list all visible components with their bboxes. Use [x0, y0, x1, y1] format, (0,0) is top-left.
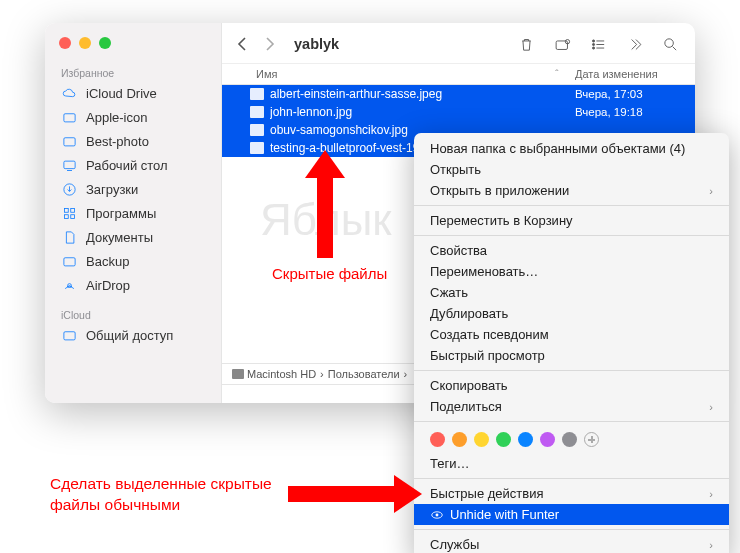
apps-icon — [61, 205, 77, 221]
ctx-rename[interactable]: Переименовать… — [414, 261, 729, 282]
column-date[interactable]: Дата изменения — [575, 68, 695, 80]
path-segment[interactable]: Macintosh HD — [232, 368, 316, 380]
search-icon[interactable] — [659, 33, 681, 55]
svg-rect-7 — [70, 214, 74, 218]
close-window[interactable] — [59, 37, 71, 49]
download-icon — [61, 181, 77, 197]
disk-icon — [232, 369, 244, 379]
separator — [414, 370, 729, 371]
tag-blue[interactable] — [518, 432, 533, 447]
sort-indicator: ˆ — [555, 68, 575, 80]
svg-point-15 — [592, 46, 594, 48]
image-file-icon — [250, 88, 264, 100]
sidebar-item-best-photo[interactable]: Best-photo — [45, 129, 221, 153]
tag-orange[interactable] — [452, 432, 467, 447]
sidebar-item-desktop[interactable]: Рабочий стол — [45, 153, 221, 177]
ctx-unhide-funter[interactable]: Unhide with Funter — [414, 504, 729, 525]
ctx-quick-actions[interactable]: Быстрые действия› — [414, 483, 729, 504]
sidebar-section-icloud: iCloud — [45, 305, 221, 323]
sidebar-item-applications[interactable]: Программы — [45, 201, 221, 225]
ctx-trash[interactable]: Переместить в Корзину — [414, 210, 729, 231]
document-icon — [61, 229, 77, 245]
svg-rect-5 — [70, 208, 74, 212]
ctx-duplicate[interactable]: Дублировать — [414, 303, 729, 324]
file-date: Вчера, 19:18 — [575, 106, 695, 118]
svg-point-16 — [664, 38, 673, 47]
airdrop-icon — [61, 277, 77, 293]
svg-rect-0 — [63, 113, 74, 121]
tag-red[interactable] — [430, 432, 445, 447]
file-date: Вчера, 17:03 — [575, 88, 695, 100]
file-row[interactable]: albert-einstein-arthur-sasse.jpeg Вчера,… — [222, 85, 695, 103]
ctx-copy[interactable]: Скопировать — [414, 375, 729, 396]
chevron-right-icon: › — [709, 539, 713, 551]
ctx-open-in-app[interactable]: Открыть в приложении› — [414, 180, 729, 201]
sidebar-item-apple-icon[interactable]: Apple-icon — [45, 105, 221, 129]
sidebar-item-label: Общий доступ — [86, 328, 173, 343]
sidebar-item-label: Apple-icon — [86, 110, 147, 125]
tag-purple[interactable] — [540, 432, 555, 447]
annotation-make-visible: Сделать выделенные скрытые файлы обычным… — [50, 474, 272, 516]
new-folder-icon[interactable] — [551, 33, 573, 55]
ctx-compress[interactable]: Сжать — [414, 282, 729, 303]
zoom-window[interactable] — [99, 37, 111, 49]
ctx-alias[interactable]: Создать псевдоним — [414, 324, 729, 345]
separator — [414, 421, 729, 422]
sidebar-item-label: AirDrop — [86, 278, 130, 293]
svg-point-14 — [592, 43, 594, 45]
svg-rect-1 — [63, 137, 74, 145]
chevron-right-icon: › — [709, 185, 713, 197]
eye-icon — [430, 508, 444, 522]
sidebar-item-documents[interactable]: Документы — [45, 225, 221, 249]
back-button[interactable] — [232, 34, 252, 54]
tag-green[interactable] — [496, 432, 511, 447]
sidebar-item-airdrop[interactable]: AirDrop — [45, 273, 221, 297]
view-options-icon[interactable] — [587, 33, 609, 55]
ctx-quicklook[interactable]: Быстрый просмотр — [414, 345, 729, 366]
forward-button[interactable] — [260, 34, 280, 54]
window-title: yablyk — [288, 36, 501, 52]
image-file-icon — [250, 106, 264, 118]
ctx-open[interactable]: Открыть — [414, 159, 729, 180]
tag-gray[interactable] — [562, 432, 577, 447]
separator — [414, 529, 729, 530]
separator — [414, 478, 729, 479]
trash-icon[interactable] — [515, 33, 537, 55]
ctx-share[interactable]: Поделиться› — [414, 396, 729, 417]
ctx-new-folder[interactable]: Новая папка с выбранными объектами (4) — [414, 138, 729, 159]
more-icon[interactable] — [623, 33, 645, 55]
svg-rect-10 — [63, 331, 74, 339]
column-name[interactable]: Имя — [222, 68, 555, 80]
minimize-window[interactable] — [79, 37, 91, 49]
sidebar-item-icloud-drive[interactable]: iCloud Drive — [45, 81, 221, 105]
svg-point-13 — [592, 39, 594, 41]
sidebar-item-shared[interactable]: Общий доступ — [45, 323, 221, 347]
annotation-hidden-files: Скрытые файлы — [272, 265, 387, 282]
columns-header[interactable]: Имя ˆ Дата изменения — [222, 64, 695, 85]
tag-add[interactable] — [584, 432, 599, 447]
chevron-right-icon: › — [709, 488, 713, 500]
file-row[interactable]: john-lennon.jpg Вчера, 19:18 — [222, 103, 695, 121]
path-segment[interactable]: Пользователи — [328, 368, 400, 380]
sidebar-item-backup[interactable]: Backup — [45, 249, 221, 273]
file-name: john-lennon.jpg — [270, 105, 575, 119]
desktop-icon — [61, 157, 77, 173]
folder-icon — [61, 109, 77, 125]
ctx-tags[interactable]: Теги… — [414, 453, 729, 474]
sidebar-item-label: Документы — [86, 230, 153, 245]
sidebar-item-label: Программы — [86, 206, 156, 221]
chevron-right-icon: › — [709, 401, 713, 413]
folder-icon — [61, 253, 77, 269]
svg-rect-4 — [64, 208, 68, 212]
sidebar-item-downloads[interactable]: Загрузки — [45, 177, 221, 201]
ctx-info[interactable]: Свойства — [414, 240, 729, 261]
context-menu: Новая папка с выбранными объектами (4) О… — [414, 133, 729, 553]
separator — [414, 205, 729, 206]
ctx-services[interactable]: Службы› — [414, 534, 729, 553]
tag-yellow[interactable] — [474, 432, 489, 447]
image-file-icon — [250, 142, 264, 154]
svg-rect-6 — [64, 214, 68, 218]
image-file-icon — [250, 124, 264, 136]
svg-rect-8 — [63, 257, 74, 265]
file-name: albert-einstein-arthur-sasse.jpeg — [270, 87, 575, 101]
